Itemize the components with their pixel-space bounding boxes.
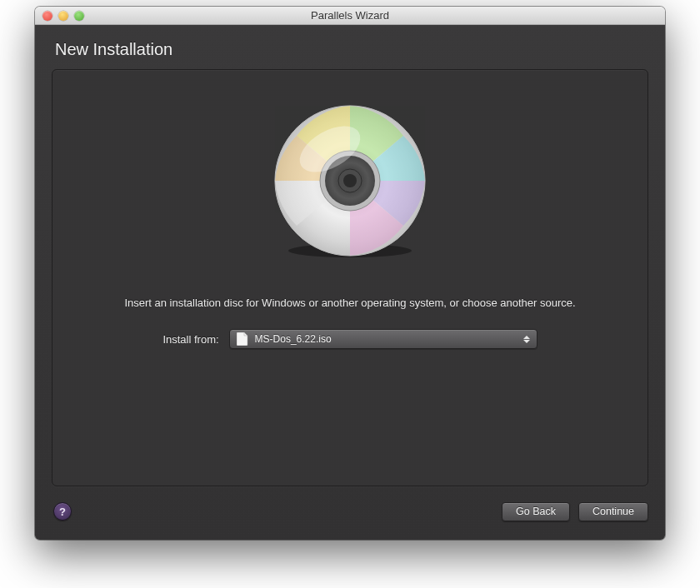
file-icon: [237, 332, 248, 346]
continue-button[interactable]: Continue: [578, 502, 648, 521]
help-button[interactable]: ?: [53, 502, 72, 521]
close-icon[interactable]: [42, 11, 52, 21]
titlebar: Parallels Wizard: [35, 7, 665, 25]
traffic-lights: [35, 11, 84, 21]
install-source-value: MS-Dos_6.22.iso: [255, 333, 522, 345]
wizard-window: Parallels Wizard New Installation: [35, 7, 665, 540]
updown-arrows-icon: [522, 336, 532, 343]
content-panel: Insert an installation disc for Windows …: [52, 69, 648, 486]
instruction-text: Insert an installation disc for Windows …: [124, 296, 575, 309]
minimize-icon[interactable]: [58, 11, 68, 21]
install-source-dropdown[interactable]: MS-Dos_6.22.iso: [229, 329, 538, 349]
footer: ? Go Back Continue: [52, 495, 648, 528]
go-back-button[interactable]: Go Back: [502, 502, 570, 521]
go-back-label: Go Back: [516, 506, 556, 517]
page-heading: New Installation: [55, 40, 645, 59]
install-from-row: Install from: MS-Dos_6.22.iso: [162, 329, 537, 349]
svg-point-7: [343, 174, 357, 187]
help-icon: ?: [59, 506, 66, 518]
install-from-label: Install from:: [162, 333, 218, 346]
continue-label: Continue: [592, 506, 634, 517]
cd-disc-icon: [271, 102, 429, 260]
window-title: Parallels Wizard: [35, 9, 665, 22]
zoom-icon[interactable]: [74, 11, 84, 21]
window-body: New Installation: [35, 25, 665, 540]
